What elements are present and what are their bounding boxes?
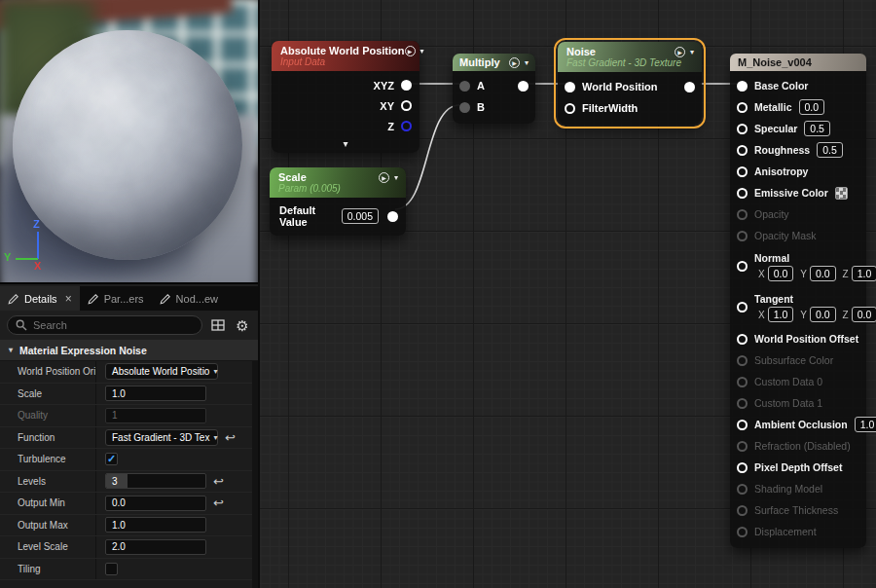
node-multiply[interactable]: Multiply ▶ ▾ AB [453,54,535,124]
input-pin[interactable] [737,166,748,177]
function-dropdown[interactable]: Fast Gradient - 3D Tex▾ [105,429,218,446]
advanced-toggle-icon[interactable]: ▶ [509,57,520,68]
output-pin-z[interactable] [401,121,412,131]
input-pin[interactable] [737,527,748,537]
input-pin[interactable] [737,124,748,134]
input-pin[interactable] [737,302,748,312]
advanced-toggle-icon[interactable]: ▶ [405,46,416,56]
input-pin[interactable] [737,102,748,113]
reset-to-default-button[interactable]: ↩ [213,475,224,488]
output-pin[interactable] [518,81,529,92]
collapse-chevron-icon[interactable]: ▾ [525,58,529,67]
output-pin-xy[interactable] [401,100,412,111]
input-pin[interactable] [737,462,748,473]
pin-value-field[interactable]: 1.0 [855,417,876,432]
input-row-filterwidth: FilterWidth [558,97,702,119]
input-pin[interactable] [737,334,748,345]
default-value-field[interactable]: 0.005 [342,208,379,224]
node-header[interactable]: Absolute World Position ▶ ▾ Input Data [272,41,420,71]
preview-viewport[interactable]: Z Y X [0,0,258,284]
tab-close-icon[interactable]: × [65,293,72,305]
axis-value-field[interactable]: 0.0 [852,307,876,322]
input-pin-b[interactable] [459,102,470,113]
axis-value-field[interactable]: 1.0 [768,307,794,322]
settings-gear-icon[interactable]: ⚙ [234,316,251,334]
input-pin[interactable] [737,209,748,220]
collapse-chevron-icon[interactable]: ▾ [394,173,398,182]
input-pin[interactable] [737,505,748,516]
input-pin[interactable] [737,355,748,366]
input-pin[interactable] [565,82,575,92]
input-pin[interactable] [737,188,748,199]
node-header[interactable]: Scale ▶ ▾ Param (0.005) [270,167,406,198]
node-header[interactable]: Multiply ▶ ▾ [453,54,535,71]
node-material-result[interactable]: M_Noise_v004 Base ColorMetallic0.0Specul… [730,54,866,548]
input-pin[interactable] [737,398,748,409]
node-scale-param[interactable]: Scale ▶ ▾ Param (0.005) Default Value 0.… [270,167,406,236]
tab-parers[interactable]: Par...ers [80,286,152,311]
input-pin[interactable] [737,231,748,241]
property-label: Output Min [0,493,96,514]
axis-label: X [758,310,765,320]
axis-value-field[interactable]: 0.0 [810,266,836,281]
axis-value-field[interactable]: 0.0 [810,307,836,322]
node-title: M_Noise_v004 [738,56,858,68]
pin-label: Custom Data 0 [754,376,822,387]
input-pin[interactable] [737,484,748,495]
reset-to-default-button[interactable]: ↩ [213,496,224,509]
section-material-expression-noise[interactable]: ▾ Material Expression Noise [0,340,258,361]
output-pin[interactable] [387,211,398,222]
input-pin[interactable] [737,145,748,156]
level-scale-field[interactable]: 2.0 [105,539,206,555]
property-list: World Position Ori...Absolute World Posi… [0,361,258,588]
input-pin[interactable] [565,103,575,114]
property-value: 1 [96,405,258,426]
input-pin[interactable] [737,81,748,92]
tiling-checkbox[interactable] [105,563,118,575]
input-pin[interactable] [737,441,748,452]
scale-field[interactable]: 1.0 [105,386,206,401]
panel-tabbar: Details×Par...ersNod...ew [0,286,258,311]
tab-nodew[interactable]: Nod...ew [152,286,226,311]
node-graph-canvas[interactable]: Absolute World Position ▶ ▾ Input Data X… [258,0,876,588]
output-min-field[interactable]: 0.0 [105,496,206,511]
expand-more-chevron-icon[interactable]: ▾ [272,136,420,153]
advanced-toggle-icon[interactable]: ▶ [379,172,389,183]
display-filter-icon[interactable] [209,316,227,334]
world-position-ori--dropdown[interactable]: Absolute World Positio▾ [105,363,218,380]
pin-label: Roughness [754,144,810,156]
search-input[interactable]: Search [7,315,202,335]
levels-field[interactable]: 3 [105,473,206,489]
node-header[interactable]: Noise ▶ ▾ Fast Gradient - 3D Texture [558,42,702,72]
axis-label: Z [843,310,849,320]
collapse-chevron-icon[interactable]: ▾ [420,47,424,55]
input-pin[interactable] [737,261,748,272]
pin-label: B [477,101,485,113]
input-pin-a[interactable] [459,81,470,92]
pin-value-field[interactable]: 0.5 [804,121,830,136]
material-pin-anisotropy: Anisotropy [730,161,866,182]
node-header[interactable]: M_Noise_v004 [730,54,866,71]
dropdown-value: Absolute World Positio [112,366,209,377]
output-pin-xyz[interactable] [401,80,412,91]
tab-label: Par...ers [104,293,144,305]
material-pin-custom-data-0: Custom Data 0 [730,371,866,392]
pin-value-field[interactable]: 0.0 [799,99,825,115]
axis-value-field[interactable]: 0.0 [768,266,794,281]
node-noise[interactable]: Noise ▶ ▾ Fast Gradient - 3D Texture Wor… [558,42,702,125]
emissive-color-swatch[interactable] [835,187,848,200]
property-row: Turbulence✓ [0,449,258,471]
node-absolute-world-position[interactable]: Absolute World Position ▶ ▾ Input Data X… [272,41,420,153]
collapse-chevron-icon[interactable]: ▾ [690,48,694,56]
advanced-toggle-icon[interactable]: ▶ [675,47,685,57]
turbulence-checkbox[interactable]: ✓ [105,453,118,465]
input-pin[interactable] [737,420,748,430]
pin-value-field[interactable]: 0.5 [817,142,843,158]
axis-value-field[interactable]: 1.0 [852,266,876,281]
output-max-field[interactable]: 1.0 [105,517,206,533]
tab-details[interactable]: Details× [0,286,80,311]
input-pin[interactable] [737,377,748,387]
output-pin[interactable] [684,82,695,92]
reset-to-default-button[interactable]: ↩ [225,431,236,444]
material-pin-opacity-mask: Opacity Mask [730,225,866,246]
